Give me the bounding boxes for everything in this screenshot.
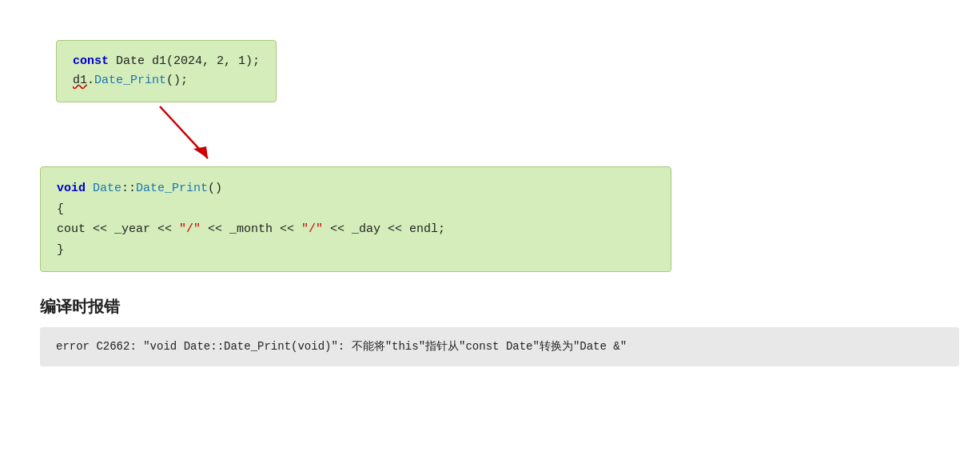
arrow-container — [56, 102, 948, 166]
keyword-const: const — [73, 54, 109, 68]
code-scope: :: — [122, 182, 136, 195]
svg-marker-1 — [193, 146, 208, 158]
error-block: error C2662: "void Date::Date_Print(void… — [40, 327, 959, 366]
code-cout-line: cout << _year << — [57, 222, 179, 236]
code-class: Date — [86, 182, 122, 195]
code-func-dateprint: Date_Print — [94, 74, 166, 87]
code-str-slash1: "/" — [179, 222, 201, 236]
bottom-code-block: void Date::Date_Print() { cout << _year … — [40, 166, 671, 272]
top-code-block: const Date d1(2024, 2, 1); d1.Date_Print… — [56, 40, 277, 102]
code-text: Date d1(2024, 2, 1); — [109, 54, 260, 68]
arrow-icon — [136, 102, 264, 174]
keyword-void: void — [57, 182, 86, 195]
code-parens: (); — [166, 74, 188, 87]
code-str-slash2: "/" — [301, 222, 323, 236]
code-brace-open: { — [57, 202, 64, 216]
code-cout-day: << _day << endl; — [323, 222, 445, 236]
code-cout-month: << _month << — [201, 222, 301, 236]
code-brace-close: } — [57, 243, 64, 257]
code-method-dateprint: Date_Print — [136, 182, 208, 195]
code-var-d1: d1 — [73, 74, 87, 87]
section-title: 编译时报错 — [40, 296, 948, 318]
code-dot: . — [87, 74, 94, 87]
code-parens2: () — [208, 182, 222, 195]
